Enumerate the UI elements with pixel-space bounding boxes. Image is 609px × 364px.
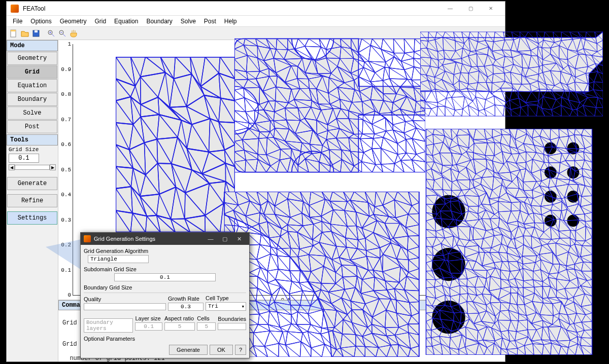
zoom-out-icon[interactable] — [57, 28, 67, 39]
slider-left-icon[interactable]: ◀ — [9, 164, 15, 170]
svg-line-3729 — [593, 90, 603, 99]
growth-rate-input[interactable]: 0.3 — [168, 303, 204, 311]
grid-size-slider[interactable]: ◀ ▶ — [9, 164, 56, 171]
svg-line-4139 — [550, 137, 559, 140]
layer-size-input[interactable]: 0.1 — [135, 322, 162, 331]
svg-line-3018 — [511, 40, 514, 50]
svg-line-4715 — [506, 188, 506, 193]
svg-line-4127 — [532, 138, 534, 145]
svg-line-6129 — [532, 302, 544, 303]
svg-line-6347 — [566, 324, 570, 330]
svg-line-6442 — [557, 326, 561, 341]
svg-line-5827 — [533, 280, 534, 287]
svg-line-5322 — [523, 236, 524, 244]
mode-grid[interactable]: Grid — [7, 65, 57, 79]
mode-solve[interactable]: Solve — [7, 106, 57, 120]
svg-line-6635 — [542, 345, 544, 355]
settings-button[interactable]: Settings — [7, 211, 57, 225]
cells-input[interactable]: 5 — [197, 322, 216, 331]
svg-line-3030 — [538, 44, 538, 47]
svg-line-5240 — [551, 227, 552, 239]
menu-solve[interactable]: Solve — [177, 17, 200, 26]
open-file-icon[interactable] — [20, 28, 30, 39]
dialog-close-button[interactable]: ✕ — [232, 236, 246, 242]
svg-line-5343 — [548, 243, 556, 244]
svg-line-3487 — [561, 71, 572, 75]
menu-post[interactable]: Post — [200, 17, 220, 26]
svg-line-6627 — [533, 344, 534, 355]
subdomain-input[interactable]: 0.1 — [114, 273, 216, 281]
svg-line-5714 — [510, 270, 520, 271]
dialog-maximize-button[interactable]: ▢ — [218, 236, 232, 242]
menu-file[interactable]: File — [9, 17, 26, 26]
svg-line-6256 — [577, 313, 582, 322]
svg-line-6426 — [528, 330, 531, 341]
svg-line-5012 — [507, 211, 511, 223]
svg-line-5334 — [539, 239, 552, 239]
menu-help[interactable]: Help — [220, 17, 241, 26]
boundary-gridsize-label: Boundary Grid Size — [84, 283, 246, 292]
refine-button[interactable]: Refine — [7, 194, 57, 207]
svg-line-5144 — [560, 219, 564, 221]
menu-boundary[interactable]: Boundary — [142, 17, 176, 26]
new-file-icon[interactable] — [9, 28, 19, 39]
mode-post[interactable]: Post — [7, 120, 57, 133]
window-title: FEATool — [23, 5, 440, 12]
svg-line-6061 — [585, 294, 592, 304]
dialog-titlebar[interactable]: Grid Generation Settings — ▢ ✕ — [81, 233, 249, 245]
svg-line-3252 — [537, 56, 543, 59]
svg-line-5928 — [523, 293, 534, 297]
maximize-button[interactable]: ▢ — [460, 2, 481, 16]
dialog-help-button[interactable]: ? — [235, 345, 246, 355]
quality-input[interactable] — [84, 303, 166, 310]
zoom-in-icon[interactable] — [46, 28, 56, 39]
svg-line-6012 — [510, 293, 511, 303]
svg-line-4721 — [519, 189, 527, 197]
svg-line-4549 — [570, 167, 575, 171]
svg-line-5321 — [515, 239, 524, 245]
svg-line-3509 — [598, 71, 603, 82]
svg-line-6259 — [586, 313, 592, 314]
menu-geometry[interactable]: Geometry — [56, 17, 91, 26]
celltype-select[interactable]: Tri▾ — [206, 302, 246, 311]
boundary-layers-input[interactable]: Boundary layers — [84, 318, 133, 333]
svg-line-5525 — [522, 256, 523, 264]
svg-line-6555 — [578, 337, 578, 344]
mode-boundary[interactable]: Boundary — [7, 93, 57, 106]
mode-geometry[interactable]: Geometry — [7, 52, 57, 65]
save-file-icon[interactable] — [31, 28, 41, 39]
dialog-minimize-button[interactable]: — — [204, 236, 218, 242]
dialog-generate-button[interactable]: Generate — [169, 345, 208, 355]
boundaries-input[interactable] — [218, 323, 246, 330]
svg-line-6060 — [581, 294, 585, 306]
svg-line-3267 — [559, 59, 568, 60]
svg-line-4430 — [531, 159, 532, 173]
aspect-ratio-input[interactable]: 5 — [164, 322, 195, 331]
close-button[interactable]: ✕ — [481, 2, 501, 16]
svg-line-3178 — [592, 52, 597, 55]
svg-line-3468 — [525, 77, 530, 84]
svg-line-4457 — [582, 160, 585, 169]
svg-line-6543 — [552, 343, 561, 346]
grid-size-input[interactable] — [9, 154, 39, 163]
menu-equation[interactable]: Equation — [110, 17, 142, 26]
svg-line-5119 — [518, 221, 524, 224]
svg-line-3827 — [580, 97, 588, 102]
algorithm-select[interactable]: Triangle — [88, 255, 149, 263]
svg-line-3151 — [543, 54, 551, 60]
generate-button[interactable]: Generate — [7, 177, 57, 190]
menu-grid[interactable]: Grid — [90, 17, 110, 26]
svg-line-4633 — [532, 186, 539, 190]
mode-equation[interactable]: Equation — [7, 79, 57, 92]
menu-options[interactable]: Options — [26, 17, 55, 26]
dialog-ok-button[interactable]: OK — [210, 345, 233, 355]
svg-line-4936 — [541, 206, 551, 210]
svg-line-5950 — [565, 288, 568, 299]
svg-line-5631 — [535, 263, 540, 270]
pan-icon[interactable] — [69, 28, 79, 39]
svg-line-5654 — [574, 262, 583, 265]
svg-line-4149 — [569, 135, 574, 136]
minimize-button[interactable]: — — [440, 2, 460, 16]
slider-right-icon[interactable]: ▶ — [50, 164, 56, 170]
svg-line-4951 — [567, 207, 573, 215]
